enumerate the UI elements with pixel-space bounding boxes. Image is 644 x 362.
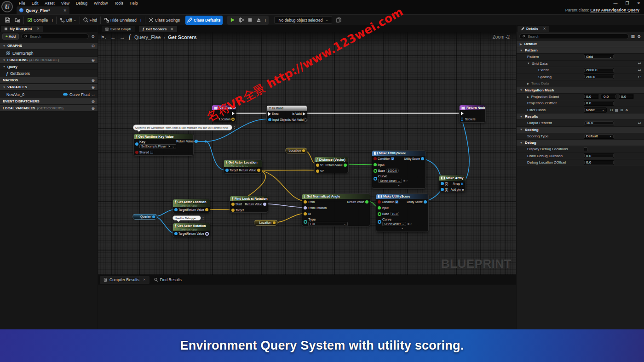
- menu-file[interactable]: File: [16, 0, 29, 7]
- pill-pin[interactable]: [152, 215, 155, 218]
- object-pin[interactable]: [424, 200, 427, 204]
- collapse-chevron-icon[interactable]: ⌃: [397, 185, 400, 188]
- section-functions[interactable]: ▼FUNCTIONS(4 OVERRIDABLE)⊕: [0, 57, 98, 63]
- maximize-button[interactable]: ❐: [625, 1, 629, 6]
- details-row-torus-data[interactable]: ▶Torus Data: [517, 80, 644, 87]
- property-field[interactable]: 2000.0: [584, 68, 614, 73]
- menu-debug[interactable]: Debug: [73, 0, 91, 7]
- property-field[interactable]: 0.0: [584, 153, 614, 158]
- bookmark-icon[interactable]: ⚑⌄: [101, 35, 107, 40]
- section-variables[interactable]: ▼VARIABLES⊕: [0, 84, 98, 90]
- object-pin[interactable]: [441, 182, 444, 185]
- details-row-extent[interactable]: Extent2000.0↩: [517, 67, 644, 74]
- float-pin[interactable]: [378, 206, 381, 209]
- details-row-draw-debug-duration[interactable]: Draw Debug Duration0.0: [517, 153, 644, 160]
- menu-window[interactable]: Window: [91, 0, 111, 7]
- add-circle-icon[interactable]: ⊕: [91, 44, 95, 48]
- object-pin[interactable]: [441, 188, 444, 191]
- exec-pin[interactable]: [268, 112, 271, 116]
- node-dropdown[interactable]: Select Asset⌄: [382, 222, 406, 226]
- class-settings-button[interactable]: Class Settings: [147, 16, 182, 25]
- asset-tab-query-flee[interactable]: Query_Flee* ✕: [17, 6, 69, 14]
- node-get-runtime-key-value[interactable]: fGet Runtime Key ValueKeySetExample.Play…: [133, 134, 194, 156]
- details-search-input[interactable]: Search: [519, 34, 629, 39]
- enum-pin[interactable]: [304, 220, 307, 224]
- play-button[interactable]: [228, 16, 237, 25]
- details-section-pattern[interactable]: ▼Pattern: [517, 47, 644, 54]
- vector-pin[interactable]: [304, 212, 307, 215]
- menu-edit[interactable]: Edit: [29, 0, 42, 7]
- vector-pin[interactable]: [231, 203, 235, 206]
- browse-icon[interactable]: ▤: [615, 108, 619, 112]
- reset-to-default-icon[interactable]: ↩: [638, 61, 641, 66]
- object-pin[interactable]: [174, 208, 178, 211]
- diff-button[interactable]: Diff⌄: [58, 16, 78, 25]
- exec-pin[interactable]: [461, 112, 464, 115]
- tab-close-icon[interactable]: ✕: [170, 27, 173, 31]
- rotator-pin[interactable]: [263, 203, 266, 206]
- compile-options-kebab[interactable]: ⁝: [50, 18, 55, 23]
- object-pin[interactable]: [268, 118, 271, 121]
- collapse-chevron-icon[interactable]: ⌃: [401, 228, 404, 231]
- save-icon-button[interactable]: [3, 16, 12, 25]
- property-field[interactable]: 200.0: [584, 74, 614, 79]
- details-row-spacing[interactable]: Spacing200.0↩: [517, 74, 644, 81]
- node-make-utilityscore-1[interactable]: Make UtilityScoreCondition✓Utility Score…: [372, 150, 426, 189]
- array-pin[interactable]: [461, 118, 464, 121]
- node-value-field[interactable]: 10.0: [390, 212, 400, 216]
- hide-unrelated-kebab[interactable]: ⁝: [138, 18, 144, 23]
- add-circle-icon[interactable]: ⊕: [91, 78, 95, 83]
- details-settings-icon[interactable]: ⚙: [637, 34, 641, 39]
- property-dropdown[interactable]: Grid⌄: [584, 54, 614, 59]
- vector-pin[interactable]: [304, 200, 307, 204]
- find-button[interactable]: Find: [81, 16, 99, 25]
- details-row-projection-extent[interactable]: ▶Projection Extent0.00.00.0: [517, 94, 644, 101]
- caret-right-icon[interactable]: ▶: [527, 82, 529, 85]
- property-checkbox[interactable]: [584, 147, 587, 151]
- object-pin[interactable]: [135, 142, 138, 146]
- property-field[interactable]: 0.0: [584, 94, 599, 99]
- object-pin[interactable]: [174, 232, 178, 235]
- variable-pill-location-0[interactable]: Location: [285, 147, 307, 153]
- class-defaults-button[interactable]: Class Defaults: [185, 16, 223, 25]
- node-dropdown[interactable]: Full⌄: [308, 222, 348, 226]
- hide-unrelated-button[interactable]: Hide Unrelated: [102, 16, 138, 25]
- bool-pin[interactable]: [374, 157, 377, 160]
- add-button[interactable]: +Add: [2, 34, 19, 40]
- node-checkbox[interactable]: ✓: [395, 200, 398, 204]
- details-row-output-percent[interactable]: Output Percent10.0↩: [517, 120, 644, 127]
- node-is-valid[interactable]: ?Is ValidExecIs ValidInput ObjectIs Not …: [266, 105, 307, 122]
- my-blueprint-close-icon[interactable]: ✕: [36, 27, 40, 31]
- node-return-node[interactable]: Return NodeScorers: [459, 105, 486, 123]
- section-local-variables[interactable]: LOCAL VARIABLES(GETSCORERS)⊕: [0, 105, 98, 111]
- reset-to-default-icon[interactable]: ↩: [638, 121, 641, 125]
- vector-pin[interactable]: [257, 169, 260, 172]
- property-field[interactable]: 10.0: [584, 121, 614, 125]
- details-row-display-debug-locations[interactable]: Display Debug Locations: [517, 146, 644, 153]
- display-filter-icon[interactable]: ▦: [631, 34, 635, 39]
- node-dropdown[interactable]: SetExample.Player✕⌄: [139, 144, 176, 148]
- details-section-default[interactable]: ▶Default: [517, 41, 644, 47]
- property-field[interactable]: 0.0: [584, 160, 614, 165]
- add-icon[interactable]: ⊕: [620, 108, 623, 112]
- property-dropdown[interactable]: Default⌄: [584, 134, 614, 139]
- variable-pill-location-1[interactable]: Location: [254, 220, 278, 226]
- details-close-icon[interactable]: ✕: [543, 27, 546, 31]
- object-pin[interactable]: [225, 169, 229, 172]
- node-distance-vector[interactable]: fDistance (Vector)V1Return ValueV2: [314, 157, 349, 173]
- node-value-field[interactable]: 1000.0: [386, 169, 399, 173]
- caret-down-icon[interactable]: ▼: [527, 62, 530, 65]
- parent-class-link[interactable]: Easy AINavigation Query: [590, 8, 639, 12]
- float-pin[interactable]: [378, 212, 381, 216]
- details-section-navigation-mesh[interactable]: ▼Navigation Mesh: [517, 87, 644, 94]
- details-row-projection-zoffset[interactable]: Projection ZOffset0.0: [517, 100, 644, 107]
- tab-my-blueprint[interactable]: My Blueprint ✕: [1, 26, 43, 32]
- node-checkbox[interactable]: ✓: [391, 157, 394, 160]
- menu-view[interactable]: View: [58, 0, 73, 7]
- tab-find-results[interactable]: Find Results: [150, 276, 185, 284]
- chip-close-icon[interactable]: ✕: [168, 145, 170, 148]
- array-pin[interactable]: [461, 182, 464, 185]
- property-dropdown[interactable]: None⌄: [584, 107, 607, 113]
- node-make-array[interactable]: Make Array[0]Array[1]Add pin ⊕: [439, 175, 466, 192]
- item-newvar_0[interactable]: NewVar_0Curve Float◡: [0, 91, 98, 98]
